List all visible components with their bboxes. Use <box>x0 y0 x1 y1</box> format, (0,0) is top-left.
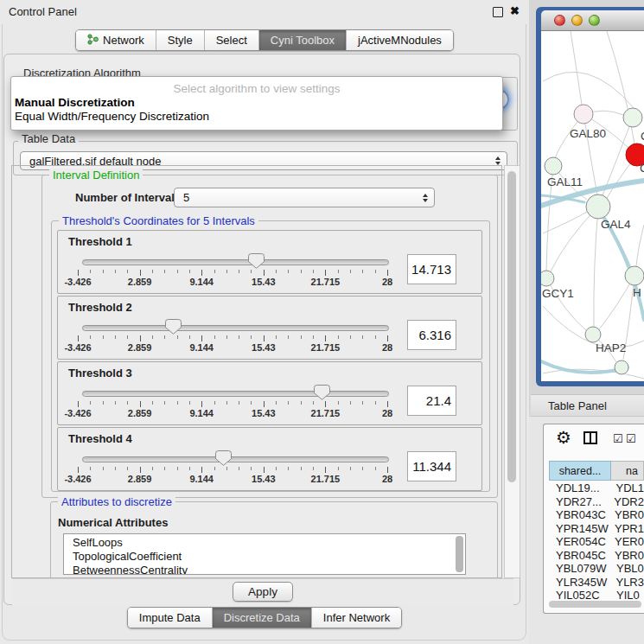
tick-mark <box>276 270 277 273</box>
tab-network[interactable]: Network <box>76 30 156 50</box>
cell-shared-name: YLR345W <box>549 576 610 589</box>
slider-track[interactable] <box>82 391 389 397</box>
bottom-tab-group: Impute DataDiscretize DataInfer Network <box>127 607 402 628</box>
panel-scrollbar-thumb[interactable] <box>507 171 516 482</box>
tick-mark <box>189 467 190 470</box>
slider-track[interactable] <box>82 456 389 462</box>
network-node-ga[interactable] <box>623 108 642 127</box>
table-row[interactable]: YDR27...YDR2 <box>549 495 644 509</box>
cell-name: YER0 <box>609 535 644 548</box>
column-header-na[interactable]: na <box>611 461 644 481</box>
tick-mark <box>189 401 190 405</box>
network-node-gal11[interactable] <box>545 157 562 175</box>
dropdown-item-manual-discretization[interactable]: Manual Discretization <box>11 96 502 110</box>
table-row[interactable]: YLR345WYLR3 <box>549 576 644 590</box>
float-window-icon[interactable] <box>493 7 503 17</box>
minimize-traffic-light-icon[interactable] <box>571 15 583 26</box>
column-header-shared[interactable]: shared... <box>549 461 611 481</box>
table-panel-header[interactable]: Table Panel <box>531 394 644 417</box>
dropdown-item-equal-width-frequency-discretization[interactable]: Equal Width/Frequency Discretization <box>11 110 502 124</box>
tab-cyni-toolbox[interactable]: Cyni Toolbox <box>258 30 346 50</box>
tick-mark <box>226 335 227 339</box>
network-node-gal80[interactable] <box>574 105 593 124</box>
checkbox-icon[interactable]: ☑ <box>613 432 623 445</box>
cell-name: YLR3 <box>610 576 644 589</box>
numerical-attributes-label: Numerical Attributes <box>58 516 168 529</box>
cell-name: YDR2 <box>609 495 644 508</box>
network-canvas[interactable]: GAL80GACGAL11GAL4GCY1HHAP2 <box>541 31 644 381</box>
close-icon[interactable]: ✖ <box>510 4 520 17</box>
threshold-value-field[interactable]: 6.316 <box>407 320 456 350</box>
slider-thumb[interactable] <box>165 319 182 335</box>
numerical-attributes-list[interactable]: SelfLoopsTopologicalCoefficientBetweenne… <box>63 533 466 575</box>
apply-button[interactable]: Apply <box>233 582 293 602</box>
list-item-selfloops[interactable]: SelfLoops <box>64 536 465 550</box>
list-item-topologicalcoefficient[interactable]: TopologicalCoefficient <box>64 550 465 564</box>
table-row[interactable]: YIL052CYIL0 <box>549 589 644 601</box>
threshold-value-field[interactable]: 11.344 <box>407 451 456 481</box>
threshold-value-field[interactable]: 14.713 <box>407 254 456 284</box>
network-node-hap2[interactable] <box>585 327 601 342</box>
tab-style[interactable]: Style <box>156 30 204 50</box>
table-row[interactable]: YBR045CYBR0 <box>549 549 644 563</box>
tab-select[interactable]: Select <box>204 30 258 50</box>
network-node-h[interactable] <box>625 266 644 285</box>
cell-shared-name: YER054C <box>549 535 609 548</box>
dropdown-hint-item[interactable]: Select algorithm to view settings <box>11 82 502 96</box>
tab-label: Cyni Toolbox <box>271 34 335 47</box>
threshold-label: Threshold 2 <box>68 301 132 314</box>
slider-thumb[interactable] <box>248 253 265 269</box>
tick-mark <box>387 467 388 473</box>
tick-mark <box>325 467 326 473</box>
tick-mark <box>387 335 388 341</box>
tick-mark <box>251 467 252 470</box>
checkbox-icon[interactable]: ☑ <box>626 432 636 445</box>
tick-mark <box>226 401 227 405</box>
network-window-titlebar[interactable] <box>541 10 644 31</box>
threshold-label: Threshold 1 <box>68 235 132 248</box>
tab-impute-data[interactable]: Impute Data <box>128 608 212 628</box>
table-row[interactable]: YDL19...YDL1 <box>549 481 644 495</box>
node-label: C <box>640 162 644 175</box>
tab-infer-network[interactable]: Infer Network <box>311 608 401 628</box>
tick-mark <box>239 270 239 273</box>
columns-icon[interactable] <box>583 431 597 447</box>
table-row[interactable]: YER054CYER0 <box>549 535 644 549</box>
slider-thumb[interactable] <box>215 450 232 466</box>
tick-mark <box>103 401 104 405</box>
threshold-value-field[interactable]: 21.4 <box>407 386 456 416</box>
horizontal-scrollbar-thumb[interactable] <box>549 601 641 608</box>
tick-mark <box>214 270 215 273</box>
slider-track[interactable] <box>82 259 389 265</box>
tick-label: -3.426 <box>64 277 91 287</box>
slider-thumb[interactable] <box>314 385 330 400</box>
horizontal-scrollbar[interactable] <box>549 601 641 609</box>
tick-label: 28 <box>382 342 392 353</box>
tab-jactivemnodules[interactable]: jActiveMNodules <box>346 30 453 50</box>
slider-track[interactable] <box>82 325 389 331</box>
network-node-gcy1[interactable] <box>541 271 554 286</box>
number-of-intervals-combobox[interactable]: 5 <box>174 188 435 207</box>
tick-mark <box>375 270 376 273</box>
tick-mark <box>78 335 79 341</box>
cyni-toolbox-panel: Discretization Algorithm Table Data galF… <box>3 54 520 605</box>
close-traffic-light-icon[interactable] <box>554 15 565 26</box>
tick-mark <box>90 467 91 470</box>
threshold-panel-1: Threshold 1-3.4262.8599.14415.4321.71528… <box>57 230 482 294</box>
panel-scrollbar[interactable] <box>504 165 520 578</box>
tick-mark <box>164 401 165 405</box>
interval-definition-group: Interval Definition Number of Intervals … <box>41 175 498 498</box>
tab-discretize-data[interactable]: Discretize Data <box>212 608 311 628</box>
table-row[interactable]: YBR043CYBR0 <box>549 508 644 522</box>
network-node-item[interactable] <box>615 360 628 374</box>
table-row[interactable]: YPR145WYPR1 <box>549 522 644 536</box>
table-row[interactable]: YBL079WYBL0 <box>549 562 644 576</box>
tick-mark <box>239 467 239 470</box>
gear-icon[interactable]: ⚙ <box>556 427 571 448</box>
zoom-traffic-light-icon[interactable] <box>589 15 600 26</box>
list-scrollbar[interactable] <box>456 536 463 572</box>
tab-label: Discretize Data <box>224 611 300 624</box>
list-item-betweennesscentrality[interactable]: BetweennessCentrality <box>64 564 465 575</box>
tick-mark <box>115 270 116 273</box>
network-node-gal4[interactable] <box>586 194 610 219</box>
